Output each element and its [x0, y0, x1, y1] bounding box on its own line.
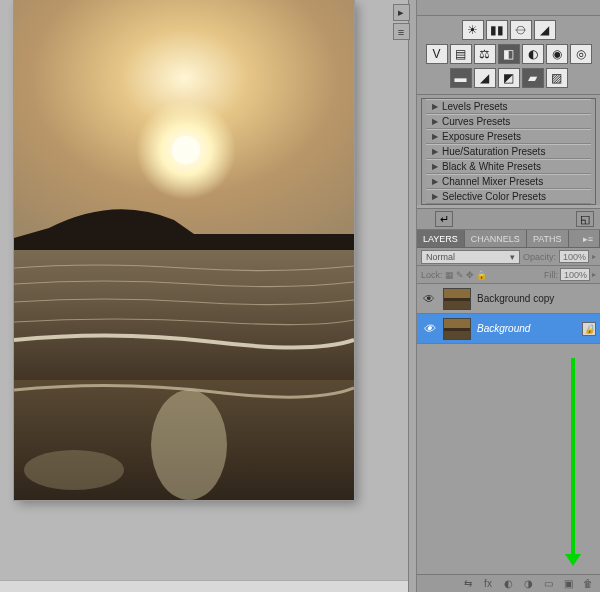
adj-return-icon[interactable]: ↵	[435, 211, 453, 227]
fx-icon[interactable]: fx	[480, 577, 496, 591]
adj-row-1: ☀ ▮▮ ⦵ ◢	[462, 20, 556, 40]
layers-panel: LAYERS CHANNELS PATHS ▸≡ Normal▾ Opacity…	[417, 230, 600, 592]
link-icon[interactable]: ⇆	[460, 577, 476, 591]
tool-strip: ▸ ≡	[391, 0, 411, 40]
brightness-icon[interactable]: ☀	[462, 20, 484, 40]
adj-footer: ↵ ◱	[417, 208, 600, 230]
opacity-input[interactable]: 100%	[559, 250, 589, 263]
collapse-icon[interactable]: ▸	[393, 4, 410, 21]
fill-label: Fill:	[544, 270, 558, 280]
layer-background[interactable]: 👁 Background 🔒	[417, 314, 600, 344]
solidcolor-icon[interactable]: ▨	[546, 68, 568, 88]
svg-point-2	[172, 136, 200, 164]
exposure-icon[interactable]: ◢	[534, 20, 556, 40]
layers-list: 👁 Background copy 👁 Background 🔒	[417, 284, 600, 574]
tab-paths[interactable]: PATHS	[527, 230, 569, 247]
adjustments-panel: ☀ ▮▮ ⦵ ◢ V ▤ ⚖ ◧ ◐ ◉ ◎ ▬ ◢ ◩ ▰ ▨	[417, 0, 600, 230]
adj-clip-icon[interactable]: ◱	[576, 211, 594, 227]
panel-divider[interactable]	[408, 0, 417, 592]
balance-icon[interactable]: ⚖	[474, 44, 496, 64]
blend-row: Normal▾ Opacity: 100% ▸	[417, 248, 600, 266]
svg-point-5	[151, 390, 227, 500]
tab-layers[interactable]: LAYERS	[417, 230, 465, 247]
lock-pixels-icon[interactable]: ✎	[456, 270, 464, 280]
group-icon[interactable]: ▭	[540, 577, 556, 591]
gradient-icon[interactable]: ▰	[522, 68, 544, 88]
mask-icon[interactable]: ◐	[500, 577, 516, 591]
panel-tabs: LAYERS CHANNELS PATHS ▸≡	[417, 230, 600, 248]
threshold-icon[interactable]: ◩	[498, 68, 520, 88]
hue-icon[interactable]: ▤	[450, 44, 472, 64]
document-window[interactable]	[14, 0, 354, 500]
lock-label: Lock:	[421, 270, 443, 280]
visibility-icon[interactable]: 👁	[421, 321, 437, 337]
curves-icon[interactable]: ⦵	[510, 20, 532, 40]
adj-row-3: ▬ ◢ ◩ ▰ ▨	[450, 68, 568, 88]
channel-icon[interactable]: ◉	[546, 44, 568, 64]
preset-list: ▶Levels Presets ▶Curves Presets ▶Exposur…	[417, 94, 600, 205]
preset-curves[interactable]: ▶Curves Presets	[426, 114, 591, 129]
visibility-icon[interactable]: 👁	[421, 291, 437, 307]
panel-icon[interactable]: ≡	[393, 23, 410, 40]
lock-row: Lock: ▦ ✎ ✥ 🔒 Fill: 100% ▸	[417, 266, 600, 284]
lock-trans-icon[interactable]: ▦	[445, 270, 454, 280]
opacity-label: Opacity:	[523, 252, 556, 262]
document-image	[14, 0, 354, 500]
preset-channel[interactable]: ▶Channel Mixer Presets	[426, 174, 591, 189]
preset-exposure[interactable]: ▶Exposure Presets	[426, 129, 591, 144]
tab-channels[interactable]: CHANNELS	[465, 230, 527, 247]
layer-thumb	[443, 288, 471, 310]
new-layer-icon[interactable]: ▣	[560, 577, 576, 591]
annotation-arrow	[571, 358, 575, 556]
adjustments-header	[417, 0, 600, 16]
photofilter-icon[interactable]: ◐	[522, 44, 544, 64]
fill-input[interactable]: 100%	[560, 268, 590, 281]
layer-name[interactable]: Background copy	[477, 293, 554, 304]
layer-name[interactable]: Background	[477, 323, 530, 334]
canvas-area: ▸ ≡	[0, 0, 408, 592]
layers-footer: ⇆ fx ◐ ◑ ▭ ▣ 🗑	[417, 574, 600, 592]
svg-point-6	[24, 450, 124, 490]
blend-mode-select[interactable]: Normal▾	[421, 250, 520, 264]
lock-position-icon[interactable]: ✥	[466, 270, 474, 280]
adj-row-2: V ▤ ⚖ ◧ ◐ ◉ ◎	[426, 44, 592, 64]
bw-icon[interactable]: ◧	[498, 44, 520, 64]
layer-thumb	[443, 318, 471, 340]
preset-levels[interactable]: ▶Levels Presets	[426, 99, 591, 114]
preset-bw[interactable]: ▶Black & White Presets	[426, 159, 591, 174]
invert-icon[interactable]: ▬	[450, 68, 472, 88]
levels-icon[interactable]: ▮▮	[486, 20, 508, 40]
vibrance-icon[interactable]: V	[426, 44, 448, 64]
lock-all-icon[interactable]: 🔒	[476, 270, 487, 280]
hscrollbar[interactable]	[0, 580, 408, 592]
layer-bg-copy[interactable]: 👁 Background copy	[417, 284, 600, 314]
preset-selective[interactable]: ▶Selective Color Presets	[426, 189, 591, 204]
adjustment-icon[interactable]: ◑	[520, 577, 536, 591]
lock-icon: 🔒	[582, 322, 596, 336]
posterize-icon[interactable]: ◢	[474, 68, 496, 88]
trash-icon[interactable]: 🗑	[580, 577, 596, 591]
panel-menu-icon[interactable]: ▸≡	[577, 230, 600, 247]
preset-hue[interactable]: ▶Hue/Saturation Presets	[426, 144, 591, 159]
selective-icon[interactable]: ◎	[570, 44, 592, 64]
